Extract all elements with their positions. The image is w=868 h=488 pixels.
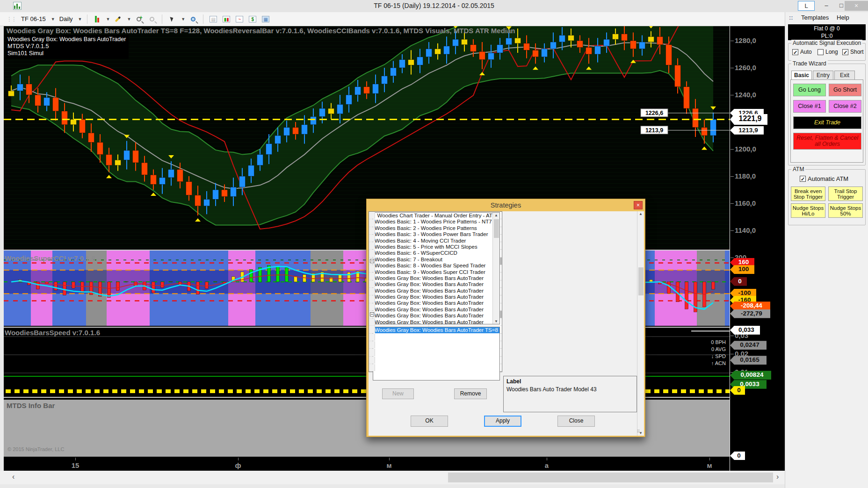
price-tag: 100 xyxy=(730,265,754,274)
time-axis-tick xyxy=(75,458,76,460)
price-tag: 0,0165 xyxy=(730,356,767,365)
reset-flatten-button[interactable]: Reset, Flatten & Cancel all Orders xyxy=(793,133,861,150)
scroll-up-icon[interactable]: ▲ xyxy=(493,213,499,217)
grid-margin xyxy=(369,349,375,356)
strategy-list-item[interactable]: Woodies Gray Box: Woodies Bars AutoTrade… xyxy=(373,319,499,324)
atm-button-2[interactable]: Trail Stop Trigger xyxy=(828,187,863,201)
horizontal-scrollbar[interactable]: ‹ › xyxy=(0,471,785,484)
strategy-list-item[interactable]: Woodies Gray Box: Woodies Bars AutoTrade… xyxy=(373,275,499,281)
strategy-list-item[interactable]: Woodies Gray Box: Woodies Bars AutoTrade… xyxy=(373,307,499,313)
strategy-list-item[interactable]: Woodies Basic: 3 - Woodies Power Bars Tr… xyxy=(373,231,499,237)
checkbox-icon[interactable]: ✓ xyxy=(792,49,798,55)
atm-button-3[interactable]: Nudge Stops Hi/Lo xyxy=(791,203,825,218)
scroll-right-icon[interactable]: › xyxy=(776,473,779,481)
strategy-list-item[interactable]: Woodies Basic: 7 - Breakout xyxy=(373,257,499,263)
bars-panel-icon[interactable]: ▮▮ xyxy=(221,14,231,24)
barspeed-side-readout: 0 BPH0 AVG↓ SPD↑ ACN xyxy=(711,339,726,367)
panel-grip-icon[interactable]: :: xyxy=(789,14,793,21)
chart-line-icon[interactable]: ~ xyxy=(234,14,245,24)
toolbar-grip[interactable]: ⋮⋮ xyxy=(7,16,16,22)
strategy-list-item[interactable]: Woodies Gray Box: Woodies Bars AutoTrade… xyxy=(373,313,499,319)
strategy-list-item[interactable]: Woodies Basic: 4 - Moving CCI Trader xyxy=(373,238,499,244)
list-scrollbar[interactable]: ▲▼ xyxy=(492,213,499,324)
dialog-close-icon[interactable]: × xyxy=(634,201,643,209)
strategy-list-item[interactable]: Woodies Basic: 5 - Price with MCCI Slope… xyxy=(373,244,499,250)
close1-button[interactable]: Close #1 xyxy=(793,100,826,113)
panel-icon[interactable]: ▤ xyxy=(208,14,218,24)
strategy-list-item[interactable]: Woodies Gray Box: Woodies Bars AutoTrade… xyxy=(373,300,499,306)
dialog-close-button[interactable]: Close xyxy=(557,416,595,427)
position-status: Flat 0 @ 0 PL:0 xyxy=(788,24,866,40)
long-checkbox[interactable]: Long xyxy=(817,49,838,55)
link-button[interactable]: L xyxy=(798,1,815,11)
scrollbar-thumb[interactable] xyxy=(494,219,499,238)
go-long-button[interactable]: Go Long xyxy=(793,84,826,96)
axis-label: 1240,0 xyxy=(735,91,756,99)
group-label: Trade Wizard xyxy=(791,60,828,67)
exit-trade-button[interactable]: Exit Trade xyxy=(793,116,861,129)
strategy-list-item[interactable]: Woodies Chart Trader - Manual Order Entr… xyxy=(373,213,499,219)
ok-button[interactable]: OK xyxy=(411,416,448,427)
strategies-dialog[interactable]: Strategies × ▲▼ Woodies Chart Trader - M… xyxy=(366,199,645,437)
configured-strategies-list[interactable]: Woodies Gray Box: Woodies Bars AutoTrade… xyxy=(373,327,500,380)
axis-label: 1160,0 xyxy=(735,199,756,207)
tab-exit[interactable]: Exit xyxy=(834,71,855,80)
instrument-dropdown[interactable]: TF 06-15 xyxy=(20,14,47,23)
apply-button[interactable]: Apply xyxy=(484,416,521,427)
price-tag: -208,44 xyxy=(730,301,770,310)
remove-button[interactable]: Remove xyxy=(454,388,487,399)
atm-button-1[interactable]: Break even Stop Trigger xyxy=(791,187,825,201)
checkbox-icon[interactable]: ✓ xyxy=(800,176,806,182)
strategy-list-item[interactable]: Woodies Basic: 2 - Woodies Price Pattern… xyxy=(373,225,499,231)
magnifier-icon[interactable] xyxy=(188,14,198,24)
available-strategies-list[interactable]: ▲▼ Woodies Chart Trader - Manual Order E… xyxy=(373,212,500,324)
chevron-down-icon: ▼ xyxy=(181,17,185,22)
go-short-button[interactable]: Go Short xyxy=(829,84,861,96)
configured-strategy-item[interactable]: Woodies Gray Box: Woodies Bars AutoTrade… xyxy=(373,327,499,333)
price-axis[interactable]: 1280,01260,01240,01200,01180,01160,01140… xyxy=(730,26,785,471)
interval-dropdown[interactable]: Daily xyxy=(58,14,74,23)
auto-checkbox[interactable]: ✓Auto xyxy=(792,49,812,55)
menu-help[interactable]: Help xyxy=(837,14,849,21)
scroll-down-icon[interactable]: ▼ xyxy=(493,319,499,323)
menu-templates[interactable]: Templates xyxy=(801,14,829,21)
close-button[interactable]: × xyxy=(845,1,868,11)
checkbox-icon[interactable] xyxy=(817,49,824,55)
chart-style-icon[interactable] xyxy=(92,14,102,24)
strategy-list-item[interactable]: Woodies Gray Box: Woodies Bars AutoTrade… xyxy=(373,294,499,300)
close2-button[interactable]: Close #2 xyxy=(829,100,861,113)
checkbox-icon[interactable]: ✓ xyxy=(842,49,848,55)
scrollbar-thumb[interactable] xyxy=(448,473,773,482)
layout-icon[interactable]: ▦ xyxy=(260,14,271,24)
automatic-atm-checkbox[interactable]: ✓Automatic ATM xyxy=(800,175,848,182)
strategy-list-item[interactable]: Woodies Gray Box: Woodies Bars AutoTrade… xyxy=(373,288,499,294)
collapse-icon[interactable]: − xyxy=(370,312,374,316)
scroll-left-icon[interactable]: ‹ xyxy=(12,473,14,481)
strategy-list-item[interactable]: Woodies Basic: 6 - WSuperCCICD xyxy=(373,250,499,256)
grid-margin xyxy=(369,295,375,302)
new-button[interactable]: New xyxy=(382,388,414,399)
chevron-down-icon: ▼ xyxy=(127,17,131,22)
zoom-in-icon[interactable]: + xyxy=(134,14,144,24)
resize-grip[interactable]: ⠿ xyxy=(637,429,642,434)
draw-pencil-icon[interactable] xyxy=(113,14,123,24)
zoom-out-icon[interactable] xyxy=(147,14,157,24)
time-axis-tick xyxy=(238,458,239,460)
minimize-button[interactable]: – xyxy=(819,1,833,11)
atm-button-4[interactable]: Nudge Stops 50% xyxy=(828,203,863,218)
cursor-icon[interactable] xyxy=(167,14,177,24)
trade-wizard-body: Go Long Go Short Close #1 Close #2 Exit … xyxy=(790,79,863,163)
strategy-list-item[interactable]: Woodies Basic: 1 - Woodies Price Pattern… xyxy=(373,219,499,225)
cci-indicator-label: WoodiesSuperCCI v:7.0.1.6 xyxy=(5,254,95,262)
strategy-list-item[interactable]: Woodies Basic: 9 - Woodies Super CCI Tra… xyxy=(373,269,499,275)
price-tag: 1213,9 xyxy=(730,126,764,135)
time-axis-tick xyxy=(547,458,547,460)
tab-entry[interactable]: Entry xyxy=(813,71,833,80)
collapse-icon[interactable]: − xyxy=(370,259,374,263)
dollar-icon[interactable]: $ xyxy=(247,14,258,24)
pl-line: PL:0 xyxy=(788,32,866,40)
short-checkbox[interactable]: ✓Short xyxy=(842,49,864,55)
strategy-list-item[interactable]: Woodies Gray Box: Woodies Bars AutoTrade… xyxy=(373,281,499,287)
strategy-list-item[interactable]: Woodies Basic: 8 - Woodies Bar Speed Tra… xyxy=(373,263,499,269)
tab-basic[interactable]: Basic xyxy=(791,71,812,80)
